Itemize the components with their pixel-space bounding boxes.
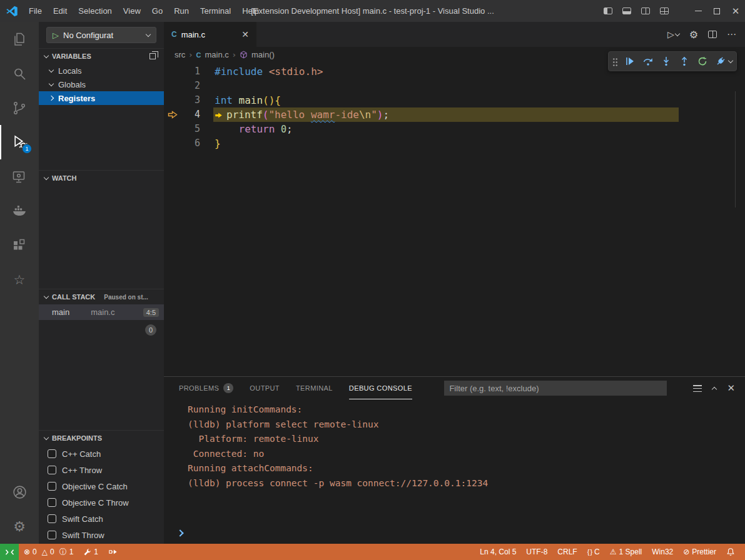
panel-tab-debug-console[interactable]: DEBUG CONSOLE (349, 377, 412, 399)
watch-header[interactable]: WATCH (39, 171, 164, 186)
breakpoint-checkbox[interactable] (48, 466, 56, 474)
explorer-icon[interactable] (0, 22, 39, 56)
variables-actions-icon[interactable] (150, 53, 156, 59)
console-input-prompt[interactable] (178, 527, 183, 538)
variables-item-globals[interactable]: Globals (39, 78, 164, 91)
restart-button[interactable] (694, 53, 711, 69)
notifications-bell[interactable] (721, 548, 740, 556)
formatter-status[interactable]: ⊘ Prettier (678, 548, 721, 556)
encoding-status[interactable]: UTF-8 (521, 548, 552, 556)
remote-explorer-icon[interactable] (0, 159, 39, 194)
settings-gear-icon[interactable]: ⚙ (0, 509, 39, 544)
code-editor[interactable]: 1#include <stdio.h>23int main(){4printf(… (164, 62, 745, 376)
close-button[interactable]: ✕ (726, 0, 745, 22)
code-text[interactable]: int main(){ (200, 93, 281, 108)
toggle-panel-icon[interactable] (617, 0, 636, 22)
maximize-panel-icon[interactable] (712, 386, 717, 391)
customize-layout-icon[interactable] (655, 0, 674, 22)
line-number[interactable]: 5 (181, 122, 200, 136)
disconnect-button[interactable] (712, 53, 729, 69)
language-mode[interactable]: { } C (582, 548, 605, 556)
drag-handle-icon[interactable] (612, 57, 618, 66)
line-number[interactable]: 2 (181, 79, 200, 93)
menu-go[interactable]: Go (146, 3, 168, 19)
breakpoint-row[interactable]: C++ Catch (39, 446, 164, 462)
spell-status[interactable]: ⚠ 1 Spell (605, 548, 647, 556)
code-text[interactable] (200, 79, 215, 93)
breakpoint-row[interactable]: Swift Catch (39, 511, 164, 527)
gutter-glyph[interactable] (164, 122, 181, 136)
tab-main-c[interactable]: C main.c ✕ (164, 22, 256, 47)
breakpoint-checkbox[interactable] (48, 514, 56, 523)
gutter-glyph[interactable] (164, 93, 181, 108)
toolchain-status[interactable]: 1 (78, 544, 103, 560)
current-frame-arrow-icon[interactable] (164, 108, 181, 122)
star-icon[interactable]: ☆ (0, 262, 39, 297)
eol-status[interactable]: CRLF (552, 548, 582, 556)
debug-launch-status[interactable] (103, 544, 123, 560)
line-number[interactable]: 4 (181, 108, 200, 122)
start-debug-icon[interactable]: ▷ (53, 31, 59, 39)
panel-tab-problems[interactable]: PROBLEMS1 (179, 377, 233, 399)
code-text[interactable]: return 0; (200, 122, 293, 136)
platform-status[interactable]: Win32 (647, 548, 678, 556)
extensions-icon[interactable] (0, 228, 39, 262)
line-number[interactable]: 1 (181, 64, 200, 79)
search-icon[interactable] (0, 56, 39, 91)
run-file-button[interactable]: ▷ (667, 29, 679, 39)
code-text[interactable]: printf("hello wamr-ide\n"); (200, 108, 389, 122)
code-text[interactable]: #include <stdio.h> (200, 64, 323, 79)
close-tab-icon[interactable]: ✕ (241, 29, 249, 39)
panel-tab-output[interactable]: OUTPUT (250, 377, 280, 399)
gear-icon[interactable]: ⚙ (689, 29, 698, 41)
breakpoint-checkbox[interactable] (48, 498, 56, 507)
debug-config-dropdown[interactable]: ▷ No Configurat (46, 27, 156, 43)
minimize-button[interactable] (689, 0, 707, 22)
toggle-secondary-sidebar-icon[interactable] (636, 0, 655, 22)
step-over-button[interactable] (640, 53, 656, 69)
remote-indicator[interactable] (0, 544, 19, 560)
toggle-sidebar-icon[interactable] (599, 0, 617, 22)
console-options-icon[interactable] (693, 385, 702, 392)
line-number[interactable]: 6 (181, 136, 200, 151)
variables-item-locals[interactable]: Locals (39, 64, 164, 78)
console-filter-input[interactable] (444, 381, 667, 396)
menu-run[interactable]: Run (168, 3, 195, 19)
breakpoint-row[interactable]: Objective C Throw (39, 494, 164, 511)
run-and-debug-icon[interactable]: 1 (0, 125, 39, 159)
more-actions-icon[interactable]: ⋯ (727, 29, 736, 40)
gutter-glyph[interactable] (164, 64, 181, 79)
breakpoint-row[interactable]: C++ Throw (39, 462, 164, 478)
stack-frame-row[interactable]: main main.c 4:5 (39, 304, 164, 320)
cursor-position[interactable]: Ln 4, Col 5 (475, 548, 521, 556)
breakpoint-checkbox[interactable] (48, 482, 56, 491)
breakpoint-row[interactable]: Swift Throw (39, 527, 164, 543)
menu-terminal[interactable]: Terminal (195, 3, 236, 19)
code-text[interactable]: } (200, 136, 221, 151)
maximize-button[interactable] (707, 0, 726, 22)
docker-icon[interactable] (0, 194, 39, 228)
account-icon[interactable] (0, 475, 39, 509)
problems-status[interactable]: ⊗ 0 △ 0 ⓘ 1 (19, 544, 78, 560)
menu-selection[interactable]: Selection (73, 3, 117, 19)
line-number[interactable]: 3 (181, 93, 200, 108)
breadcrumb-folder[interactable]: src (175, 50, 185, 59)
source-control-icon[interactable] (0, 91, 39, 125)
gutter-glyph[interactable] (164, 79, 181, 93)
panel-tab-terminal[interactable]: TERMINAL (296, 377, 333, 399)
step-into-button[interactable] (658, 53, 674, 69)
breakpoint-checkbox[interactable] (48, 449, 56, 458)
variables-header[interactable]: VARIABLES (39, 49, 164, 64)
variables-item-registers[interactable]: Registers (39, 91, 164, 105)
menu-file[interactable]: File (23, 3, 48, 19)
step-out-button[interactable] (676, 53, 692, 69)
continue-button[interactable] (622, 53, 638, 69)
menu-edit[interactable]: Edit (48, 3, 73, 19)
breakpoint-row[interactable]: Objective C Catch (39, 478, 164, 494)
close-panel-icon[interactable]: ✕ (727, 382, 735, 394)
gutter-glyph[interactable] (164, 136, 181, 151)
split-editor-icon[interactable] (708, 31, 717, 38)
breadcrumb-symbol[interactable]: main() (251, 50, 275, 59)
chevron-down-icon[interactable] (728, 58, 733, 62)
breadcrumb-file[interactable]: main.c (205, 50, 229, 59)
